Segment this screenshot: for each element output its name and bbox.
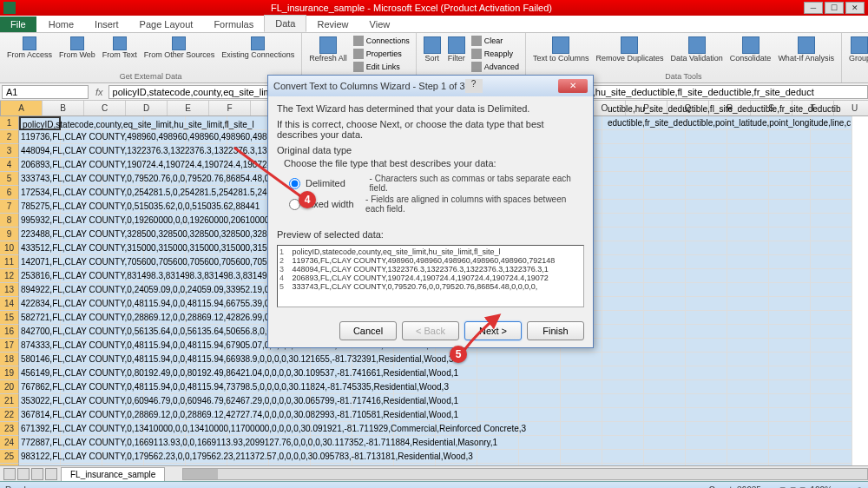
cell[interactable]: policyID,statecode,county,eq_site_limit,… — [19, 116, 61, 130]
clear-button[interactable]: Clear — [470, 35, 520, 47]
reapply-button[interactable]: Reapply — [470, 48, 520, 60]
tab-data[interactable]: Data — [264, 15, 306, 32]
row-header[interactable]: 4 — [0, 158, 19, 172]
col-header-F[interactable]: F — [209, 101, 251, 115]
cell[interactable]: 582721,FL,CLAY COUNTY,0,28869.12,0,0,288… — [19, 311, 61, 325]
tab-page-layout[interactable]: Page Layout — [129, 16, 204, 32]
row-header[interactable]: 19 — [0, 366, 19, 380]
row-header[interactable]: 21 — [0, 394, 19, 408]
cell[interactable]: 874333,FL,CLAY COUNTY,0,48115.94,0,0,481… — [19, 339, 61, 353]
consolidate-button[interactable]: Consolidate — [728, 35, 773, 64]
row-header[interactable]: 2 — [0, 130, 19, 144]
fx-icon[interactable]: fx — [90, 87, 108, 97]
dialog-close-button[interactable]: ✕ — [558, 79, 588, 93]
dialog-titlebar[interactable]: Convert Text to Columns Wizard - Step 1 … — [268, 76, 593, 96]
next-button[interactable]: Next > — [464, 321, 522, 340]
tab-insert[interactable]: Insert — [84, 16, 129, 32]
preview-box[interactable]: 1 policyID,statecode,county,eq_site_limi… — [277, 245, 584, 307]
row-header[interactable]: 10 — [0, 241, 19, 255]
from-web-button[interactable]: From Web — [57, 35, 97, 61]
row-header[interactable]: 16 — [0, 325, 19, 339]
cell[interactable]: 119736,FL,CLAY COUNTY,498960,498960,4989… — [19, 130, 61, 144]
horizontal-scrollbar[interactable] — [182, 468, 868, 480]
cell[interactable]: 772887,FL,CLAY COUNTY,0,1669113.93,0,0,1… — [19, 436, 61, 450]
tab-file[interactable]: File — [0, 16, 36, 32]
sort-button[interactable]: Sort — [422, 35, 443, 64]
restore-button[interactable]: ☐ — [825, 2, 844, 14]
row-header[interactable]: 1 — [0, 116, 19, 130]
advanced-button[interactable]: Advanced — [470, 61, 520, 73]
delimited-radio[interactable] — [289, 178, 300, 189]
cell[interactable]: 223488,FL,CLAY COUNTY,328500,328500,3285… — [19, 228, 61, 241]
tab-formulas[interactable]: Formulas — [203, 16, 264, 32]
what-if-button[interactable]: What-If Analysis — [776, 35, 836, 64]
data-validation-button[interactable]: Data Validation — [668, 35, 724, 64]
tab-home[interactable]: Home — [38, 16, 84, 32]
row-header[interactable]: 24 — [0, 436, 19, 450]
cell[interactable]: 253816,FL,CLAY COUNTY,831498.3,831498.3,… — [19, 269, 61, 283]
cell[interactable]: 422834,FL,CLAY COUNTY,0,48115.94,0,0,481… — [19, 297, 61, 311]
sheet-nav-prev[interactable] — [17, 468, 30, 480]
row-header[interactable]: 9 — [0, 228, 19, 241]
group-button[interactable]: Group — [847, 35, 868, 64]
col-header-B[interactable]: B — [43, 101, 84, 115]
row-header[interactable]: 3 — [0, 144, 19, 158]
cell[interactable]: 842700,FL,CLAY COUNTY,0,56135.64,0,0,561… — [19, 325, 61, 339]
existing-connections-button[interactable]: Existing Connections — [220, 35, 296, 61]
cancel-button[interactable]: Cancel — [339, 321, 397, 340]
row-header[interactable]: 5 — [0, 172, 19, 186]
from-other-sources-button[interactable]: From Other Sources — [142, 35, 217, 61]
cell[interactable]: 456149,FL,CLAY COUNTY,0,80192.49,0,0,801… — [19, 366, 61, 380]
sheet-tab[interactable]: FL_insurance_sample — [61, 467, 165, 481]
properties-button[interactable]: Properties — [352, 48, 411, 60]
row-header[interactable]: 22 — [0, 408, 19, 422]
from-text-button[interactable]: From Text — [101, 35, 139, 61]
close-button[interactable]: ✕ — [845, 2, 865, 14]
cell[interactable]: 353022,FL,CLAY COUNTY,0,60946.79,0,0,609… — [19, 394, 61, 408]
row-header[interactable]: 12 — [0, 269, 19, 283]
row-header[interactable]: 18 — [0, 353, 19, 366]
filter-button[interactable]: Filter — [446, 35, 467, 64]
row-header[interactable]: 6 — [0, 186, 19, 200]
row-header[interactable]: 26 — [0, 464, 19, 465]
connections-button[interactable]: Connections — [352, 35, 411, 47]
refresh-all-button[interactable]: Refresh All — [307, 35, 349, 64]
row-header[interactable]: 11 — [0, 255, 19, 269]
row-header[interactable]: 14 — [0, 297, 19, 311]
cell[interactable]: 433512,FL,CLAY COUNTY,315000,315000,3150… — [19, 241, 61, 255]
cell[interactable]: 767862,FL,CLAY COUNTY,0,48115.94,0,0,481… — [19, 380, 61, 394]
cell[interactable]: 671392,FL,CLAY COUNTY,0,13410000,0,0,134… — [19, 422, 61, 436]
sheet-nav-first[interactable] — [3, 468, 16, 480]
row-header[interactable]: 20 — [0, 380, 19, 394]
cell[interactable]: 448094,FL,CLAY COUNTY,1322376.3,1322376.… — [19, 144, 61, 158]
cell[interactable]: 580146,FL,CLAY COUNTY,0,48115.94,0,0,481… — [19, 353, 61, 366]
sheet-nav-next[interactable] — [31, 468, 43, 480]
row-header[interactable]: 7 — [0, 200, 19, 214]
remove-duplicates-button[interactable]: Remove Duplicates — [594, 35, 665, 64]
dialog-help-button[interactable]: ? — [465, 79, 483, 93]
row-header[interactable]: 15 — [0, 311, 19, 325]
cell[interactable]: 172534,FL,CLAY COUNTY,0,254281.5,0,25428… — [19, 186, 61, 200]
row-header[interactable]: 8 — [0, 214, 19, 228]
row-header[interactable]: 17 — [0, 339, 19, 353]
name-box[interactable]: A1 — [2, 85, 89, 99]
cell[interactable]: 934215,FL,CLAY COUNTY,0,177744.16,0,0,17… — [19, 464, 61, 465]
tab-review[interactable]: Review — [306, 16, 358, 32]
row-header[interactable]: 23 — [0, 422, 19, 436]
finish-button[interactable]: Finish — [527, 321, 584, 340]
cell[interactable]: 333743,FL,CLAY COUNTY,0,79520.76,0,0,795… — [19, 172, 61, 186]
cell[interactable]: 983122,FL,CLAY COUNTY,0,179562.23,0,0,17… — [19, 450, 61, 464]
tab-view[interactable]: View — [359, 16, 401, 32]
cell[interactable]: 894922,FL,CLAY COUNTY,0,24059.09,0,0,240… — [19, 283, 61, 297]
sheet-nav-last[interactable] — [45, 468, 57, 480]
cell[interactable]: 995932,FL,CLAY COUNTY,0,19260000,0,0,192… — [19, 214, 61, 228]
text-to-columns-button[interactable]: Text to Columns — [531, 35, 591, 64]
cell[interactable]: 142071,FL,CLAY COUNTY,705600,705600,7056… — [19, 255, 61, 269]
col-header-C[interactable]: C — [84, 101, 126, 115]
cell[interactable]: 785275,FL,CLAY COUNTY,0,515035.62,0,0,51… — [19, 200, 61, 214]
row-header[interactable]: 25 — [0, 450, 19, 464]
col-header-D[interactable]: D — [126, 101, 168, 115]
minimize-button[interactable]: ─ — [804, 2, 823, 14]
edit-links-button[interactable]: Edit Links — [352, 61, 411, 73]
row-header[interactable]: 13 — [0, 283, 19, 297]
